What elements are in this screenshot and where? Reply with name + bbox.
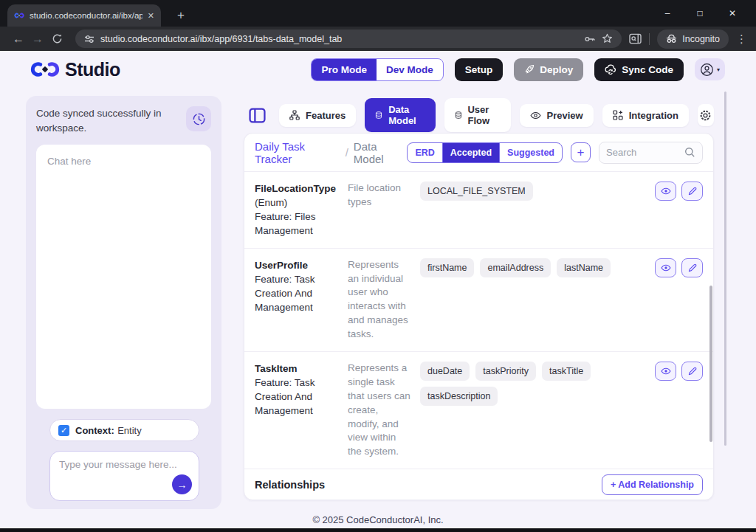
profile-menu-button[interactable]: ▾ xyxy=(695,58,725,80)
browser-window: studio.codeconductor.ai/ibx/ap ✕ + – □ ✕… xyxy=(0,0,756,532)
field-chip: lastName xyxy=(557,258,611,277)
password-key-icon[interactable] xyxy=(584,34,596,44)
pencil-icon xyxy=(688,187,697,196)
panel-layout-icon xyxy=(249,108,266,123)
site-settings-icon[interactable] xyxy=(84,34,94,44)
favicon-logo-icon xyxy=(14,12,24,19)
reload-button[interactable] xyxy=(47,33,66,44)
page-scrollbar[interactable] xyxy=(724,91,726,446)
entity-description: Represents an individual user who intera… xyxy=(348,258,411,342)
context-toggle[interactable]: ✓ Context: Entity xyxy=(49,419,199,441)
search-tabs-icon[interactable] xyxy=(629,33,642,44)
view-entity-button[interactable] xyxy=(655,182,676,201)
field-chip: firstName xyxy=(420,258,474,277)
entity-fields: firstName emailAddress lastName xyxy=(420,258,647,277)
new-tab-button[interactable]: + xyxy=(171,6,190,25)
back-button[interactable]: ← xyxy=(9,32,28,46)
sitemap-icon xyxy=(289,110,300,120)
search-box xyxy=(599,142,703,164)
incognito-label: Incognito xyxy=(682,34,720,44)
search-input[interactable] xyxy=(606,147,684,158)
field-chip: taskTitle xyxy=(542,362,591,381)
tab-title: studio.codeconductor.ai/ibx/ap xyxy=(30,11,142,20)
bookmark-star-icon[interactable] xyxy=(602,33,613,44)
list-scrollbar[interactable] xyxy=(709,286,712,442)
entity-name: FileLocationType xyxy=(255,183,336,194)
browser-menu-icon[interactable]: ⋮ xyxy=(736,32,747,46)
send-arrow-icon: → xyxy=(177,479,188,491)
tab-data-model[interactable]: Data Model xyxy=(365,98,435,132)
sync-code-button[interactable]: Sync Code xyxy=(594,58,684,81)
add-relationship-button[interactable]: + Add Relationship xyxy=(602,474,703,495)
logo-mark-icon xyxy=(28,58,62,80)
field-chip: taskDescription xyxy=(420,387,498,406)
user-flow-icon xyxy=(455,110,462,120)
relationships-title: Relationships xyxy=(255,479,325,491)
context-value: Entity xyxy=(117,425,142,436)
clock-icon xyxy=(192,112,206,126)
setup-button[interactable]: Setup xyxy=(455,58,504,81)
entity-name: UserProfile xyxy=(255,260,308,271)
tab-user-flow[interactable]: User Flow xyxy=(444,98,511,132)
logo-text: Studio xyxy=(65,59,120,80)
app-page: Studio Pro Mode Dev Mode Setup Deploy xyxy=(0,51,756,528)
entity-row: FileLocationType (Enum) Feature: Files M… xyxy=(244,172,713,249)
browser-tab[interactable]: studio.codeconductor.ai/ibx/ap ✕ xyxy=(7,4,161,27)
window-maximize-button[interactable]: □ xyxy=(684,8,716,18)
chat-history-panel[interactable]: Chat here xyxy=(36,145,211,409)
search-icon xyxy=(684,147,695,158)
entity-suffix: (Enum) xyxy=(255,196,342,210)
pencil-icon xyxy=(688,367,697,376)
eye-icon xyxy=(661,263,671,272)
view-suggested-button[interactable]: Suggested xyxy=(499,143,562,162)
tab-integration[interactable]: Integration xyxy=(602,104,689,127)
entity-name-cell: FileLocationType (Enum) Feature: Files M… xyxy=(255,182,342,238)
panel-header: Daily Task Tracker / Data Model ERD Acce… xyxy=(244,134,713,172)
url-text[interactable]: studio.codeconductor.ai/ibx/app/6931/tab… xyxy=(100,34,578,44)
breadcrumb-app-link[interactable]: Daily Task Tracker xyxy=(255,140,340,165)
send-message-button[interactable]: → xyxy=(172,474,192,494)
tab-close-icon[interactable]: ✕ xyxy=(148,11,154,21)
breadcrumb-current: Data Model xyxy=(354,140,408,165)
settings-button[interactable] xyxy=(698,104,714,126)
context-label: Context: xyxy=(75,425,114,436)
tab-features[interactable]: Features xyxy=(279,104,356,127)
window-close-button[interactable]: ✕ xyxy=(716,8,749,18)
entity-description: Represents a single task that users can … xyxy=(348,362,411,459)
edit-entity-button[interactable] xyxy=(681,182,703,201)
message-input-box[interactable]: → xyxy=(49,451,199,501)
tab-preview[interactable]: Preview xyxy=(520,104,594,127)
entity-name-cell: UserProfile Feature: Task Creation And M… xyxy=(255,258,342,315)
gear-icon xyxy=(699,109,712,122)
message-input[interactable] xyxy=(59,459,190,478)
add-entity-button[interactable]: + xyxy=(571,142,591,162)
eye-icon xyxy=(661,187,671,196)
field-chip: LOCAL_FILE_SYSTEM xyxy=(420,182,533,201)
dev-mode-button[interactable]: Dev Mode xyxy=(377,59,443,80)
window-minimize-button[interactable]: – xyxy=(651,8,684,18)
incognito-icon xyxy=(666,34,677,44)
sync-status-message: Code synced successfully in workspace. xyxy=(36,106,166,135)
mode-toggle: Pro Mode Dev Mode xyxy=(311,58,443,81)
view-entity-button[interactable] xyxy=(655,258,676,277)
entity-name-cell: TaskItem Feature: Task Creation And Mana… xyxy=(255,362,342,418)
history-clock-button[interactable] xyxy=(186,106,211,131)
deploy-button[interactable]: Deploy xyxy=(514,58,583,81)
grid-plus-icon xyxy=(613,110,623,120)
cloud-sync-icon xyxy=(605,64,616,75)
forward-button[interactable]: → xyxy=(28,32,47,46)
view-accepted-button[interactable]: Accepted xyxy=(443,143,499,162)
eye-icon xyxy=(530,111,541,120)
context-checkbox[interactable]: ✓ xyxy=(58,425,69,436)
pro-mode-button[interactable]: Pro Mode xyxy=(312,59,377,80)
address-bar[interactable]: studio.codeconductor.ai/ibx/app/6931/tab… xyxy=(75,30,622,48)
entity-row: UserProfile Feature: Task Creation And M… xyxy=(244,249,713,352)
view-entity-button[interactable] xyxy=(655,362,676,381)
entity-feature: Feature: Task Creation And Management xyxy=(255,376,342,418)
sidebar-toggle-button[interactable] xyxy=(249,108,266,123)
edit-entity-button[interactable] xyxy=(681,258,703,277)
edit-entity-button[interactable] xyxy=(681,362,703,381)
studio-logo[interactable]: Studio xyxy=(28,58,120,80)
view-erd-button[interactable]: ERD xyxy=(408,143,442,162)
view-toggle: ERD Accepted Suggested xyxy=(407,142,563,163)
